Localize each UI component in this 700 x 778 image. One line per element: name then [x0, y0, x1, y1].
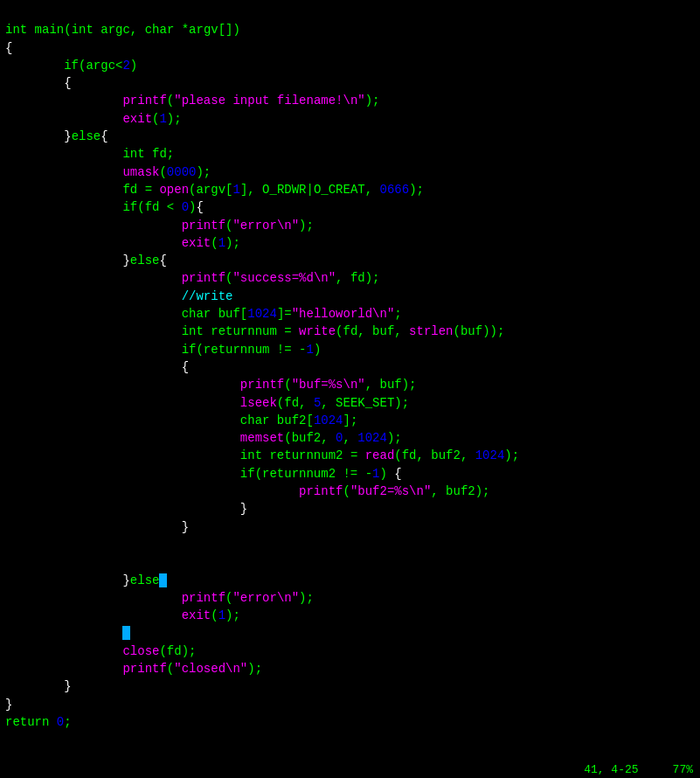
scroll-percent: 77%: [673, 763, 693, 776]
code-editor[interactable]: int main(int argc, char *argv[]) { if(ar…: [0, 0, 700, 734]
status-bar: 41, 4-25 77%: [577, 761, 700, 778]
cursor-position: 41, 4-25: [584, 763, 638, 776]
